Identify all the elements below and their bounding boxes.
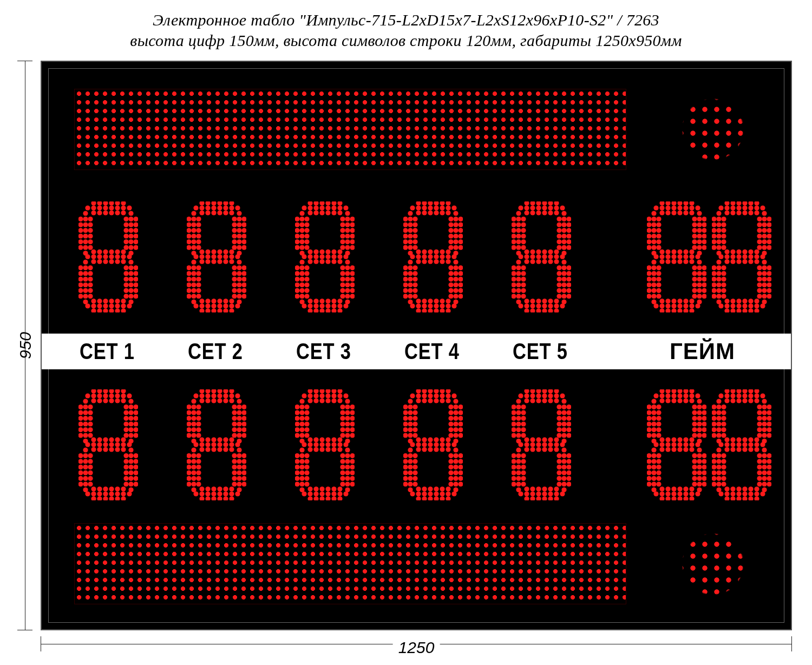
svg-point-1281 <box>307 442 312 447</box>
svg-point-102 <box>83 271 88 276</box>
svg-point-1206 <box>237 433 241 438</box>
svg-point-1037 <box>115 496 120 500</box>
svg-point-542 <box>453 271 458 276</box>
svg-point-546 <box>453 294 458 298</box>
svg-point-1062 <box>128 410 133 415</box>
svg-point-1482 <box>453 410 458 415</box>
svg-point-953 <box>721 277 726 282</box>
svg-point-685 <box>561 288 566 293</box>
svg-point-318 <box>337 249 342 254</box>
svg-point-75 <box>88 233 93 238</box>
svg-point-1408 <box>416 389 421 394</box>
svg-point-1624 <box>561 421 566 426</box>
svg-point-894 <box>742 298 747 303</box>
svg-point-1526 <box>453 481 458 486</box>
svg-point-816 <box>647 288 652 293</box>
svg-point-1606 <box>516 433 521 438</box>
svg-point-449 <box>416 259 421 264</box>
svg-point-1036 <box>115 486 120 491</box>
svg-point-1202 <box>237 410 241 415</box>
svg-point-92 <box>123 228 128 233</box>
svg-point-1322 <box>299 410 304 415</box>
svg-point-1185 <box>191 427 196 432</box>
svg-point-1353 <box>350 416 355 421</box>
svg-point-535 <box>412 282 417 287</box>
svg-point-260 <box>237 259 241 264</box>
svg-point-1645 <box>516 476 521 481</box>
svg-point-1394 <box>340 470 345 475</box>
svg-point-1487 <box>453 439 458 444</box>
svg-point-974 <box>757 282 762 287</box>
svg-point-1200 <box>237 399 241 403</box>
svg-point-356 <box>295 239 300 244</box>
svg-point-403 <box>345 277 350 282</box>
svg-point-1052 <box>78 416 83 421</box>
svg-point-782 <box>697 222 702 227</box>
svg-point-1723 <box>671 491 676 496</box>
svg-point-802 <box>651 271 656 276</box>
svg-point-211 <box>196 222 201 227</box>
svg-point-893 <box>736 308 741 312</box>
svg-point-577 <box>548 210 553 215</box>
svg-point-1709 <box>659 447 664 452</box>
svg-point-109 <box>88 265 93 270</box>
svg-point-90 <box>123 222 128 227</box>
svg-point-1899 <box>721 433 726 438</box>
svg-point-233 <box>241 228 246 233</box>
svg-point-231 <box>241 222 246 227</box>
svg-point-736 <box>683 249 688 254</box>
svg-point-1456 <box>440 486 444 491</box>
svg-point-1457 <box>440 496 444 500</box>
svg-point-1396 <box>340 476 345 481</box>
svg-point-1251 <box>241 459 246 464</box>
svg-point-176 <box>223 249 228 254</box>
svg-point-368 <box>340 217 345 221</box>
svg-point-848 <box>724 201 729 206</box>
svg-point-464 <box>434 303 438 308</box>
svg-point-846 <box>754 205 759 210</box>
svg-point-762 <box>651 222 656 227</box>
svg-point-1904 <box>762 421 767 426</box>
svg-point-1879 <box>754 496 759 500</box>
svg-point-1311 <box>313 496 318 500</box>
svg-point-588 <box>524 249 529 254</box>
svg-point-572 <box>536 201 541 206</box>
svg-point-1869 <box>724 496 729 500</box>
svg-point-1874 <box>742 486 747 491</box>
svg-point-1672 <box>556 465 561 470</box>
svg-point-1090 <box>78 459 83 464</box>
svg-point-0 <box>85 205 90 210</box>
svg-point-271 <box>241 271 246 276</box>
svg-point-54 <box>109 298 114 303</box>
svg-point-65 <box>83 239 88 244</box>
svg-point-586 <box>554 254 559 259</box>
svg-point-86 <box>128 245 133 250</box>
svg-point-1439 <box>446 447 450 452</box>
svg-point-794 <box>692 233 697 238</box>
svg-point-1760 <box>697 399 702 403</box>
svg-point-459 <box>446 259 450 264</box>
svg-point-1115 <box>133 470 138 475</box>
svg-point-369 <box>350 217 355 221</box>
svg-point-319 <box>337 259 342 264</box>
svg-point-1679 <box>566 481 571 486</box>
svg-point-959 <box>721 294 726 298</box>
svg-point-1547 <box>560 393 565 398</box>
svg-point-924 <box>762 233 767 238</box>
svg-point-174 <box>217 249 222 254</box>
svg-point-473 <box>428 308 433 312</box>
svg-point-1374 <box>295 470 300 475</box>
svg-point-931 <box>767 222 771 227</box>
svg-point-1671 <box>566 459 571 464</box>
svg-point-1349 <box>350 405 355 409</box>
svg-point-1856 <box>748 437 753 442</box>
svg-point-928 <box>757 217 762 221</box>
svg-point-1458 <box>446 486 450 491</box>
svg-point-1019 <box>121 447 126 452</box>
svg-point-1927 <box>716 487 721 492</box>
svg-point-1939 <box>721 481 726 486</box>
svg-point-1910 <box>757 410 762 415</box>
svg-point-279 <box>241 294 246 298</box>
svg-point-1558 <box>554 389 559 394</box>
svg-point-1751 <box>656 410 661 415</box>
